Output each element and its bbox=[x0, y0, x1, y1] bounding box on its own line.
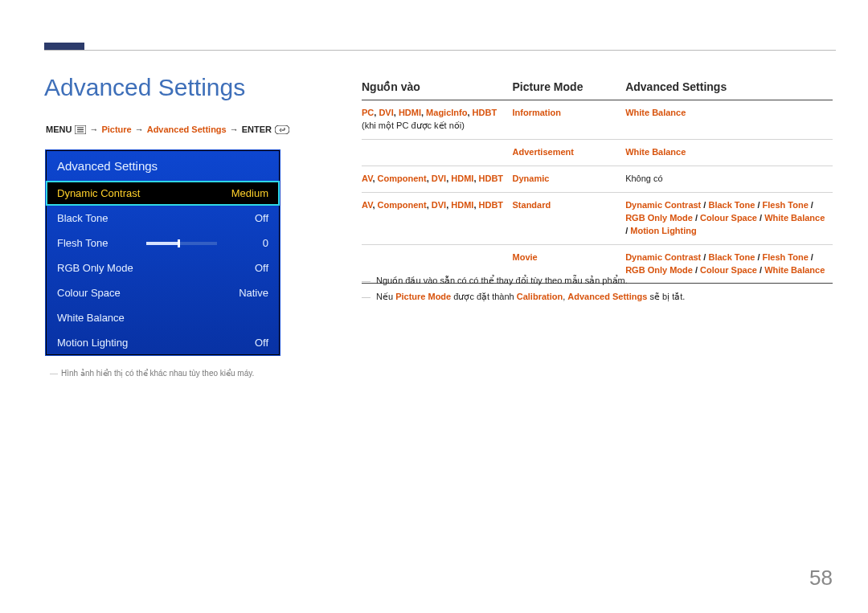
osd-row-value: Off bbox=[220, 212, 268, 224]
osd-row[interactable]: Motion LightingOff bbox=[46, 330, 280, 355]
osd-panel: Advanced Settings Dynamic ContrastMedium… bbox=[45, 149, 280, 356]
osd-row-label: Black Tone bbox=[57, 212, 220, 224]
breadcrumb-menu: MENU bbox=[46, 125, 72, 134]
osd-row[interactable]: RGB Only ModeOff bbox=[46, 255, 280, 280]
cell-mode: Information bbox=[513, 100, 626, 140]
settings-table: Nguồn vào Picture Mode Advanced Settings… bbox=[362, 80, 833, 284]
table-header-row: Nguồn vào Picture Mode Advanced Settings bbox=[362, 80, 833, 100]
osd-row-value: Off bbox=[220, 337, 268, 349]
osd-row-label: Flesh Tone bbox=[57, 237, 146, 249]
footnote-2: Nếu Picture Mode được đặt thành Calibrat… bbox=[362, 289, 833, 304]
slider[interactable] bbox=[146, 242, 217, 245]
osd-footnote: Hình ảnh hiển thị có thể khác nhau tùy t… bbox=[50, 369, 254, 378]
osd-row-value: Native bbox=[220, 287, 268, 299]
cell-source: AV, Component, DVI, HDMI, HDBT bbox=[362, 166, 513, 192]
osd-row[interactable]: Colour SpaceNative bbox=[46, 280, 280, 305]
footnote-1: Nguồn đầu vào sẵn có có thể thay đổi tùy… bbox=[362, 273, 833, 288]
table-row: AV, Component, DVI, HDMI, HDBTStandardDy… bbox=[362, 192, 833, 244]
osd-row[interactable]: Dynamic ContrastMedium bbox=[46, 181, 280, 206]
osd-title: Advanced Settings bbox=[46, 150, 280, 181]
breadcrumb-arrow-1: → bbox=[89, 125, 98, 134]
cell-source: AV, Component, DVI, HDMI, HDBT bbox=[362, 192, 513, 244]
table-header-mode: Picture Mode bbox=[513, 80, 626, 100]
osd-row-value: Medium bbox=[220, 187, 268, 199]
breadcrumb-arrow-3: → bbox=[230, 125, 239, 134]
breadcrumb-arrow-2: → bbox=[135, 125, 144, 134]
osd-row-label: RGB Only Mode bbox=[57, 262, 220, 274]
menu-icon bbox=[75, 125, 86, 134]
header-rule bbox=[44, 50, 836, 51]
osd-row-value: Off bbox=[220, 262, 268, 274]
table-header-source: Nguồn vào bbox=[362, 80, 513, 100]
breadcrumb: MENU → Picture → Advanced Settings → ENT… bbox=[46, 125, 289, 134]
table-header-adv: Advanced Settings bbox=[625, 80, 833, 100]
breadcrumb-enter: ENTER bbox=[242, 125, 272, 134]
cell-settings: Dynamic Contrast / Black Tone / Flesh To… bbox=[625, 192, 833, 244]
osd-row[interactable]: Black ToneOff bbox=[46, 206, 280, 231]
osd-row[interactable]: Flesh Tone0 bbox=[46, 231, 280, 255]
breadcrumb-advanced: Advanced Settings bbox=[147, 125, 227, 134]
osd-row-label: Dynamic Contrast bbox=[57, 187, 220, 199]
cell-settings: Không có bbox=[625, 166, 833, 192]
cell-settings: White Balance bbox=[625, 139, 833, 166]
cell-source: PC, DVI, HDMI, MagicInfo, HDBT (khi một … bbox=[362, 100, 513, 140]
osd-row-label: Colour Space bbox=[57, 287, 220, 299]
osd-row-value: 0 bbox=[220, 237, 268, 249]
table-row: PC, DVI, HDMI, MagicInfo, HDBT (khi một … bbox=[362, 100, 833, 140]
breadcrumb-picture: Picture bbox=[101, 125, 131, 134]
osd-row-label: White Balance bbox=[57, 312, 220, 324]
cell-mode: Advertisement bbox=[513, 139, 626, 166]
table-row: AdvertisementWhite Balance bbox=[362, 139, 833, 166]
table-row: AV, Component, DVI, HDMI, HDBTDynamicKhô… bbox=[362, 166, 833, 192]
enter-icon bbox=[275, 125, 289, 134]
cell-source bbox=[362, 139, 513, 166]
page-title: Advanced Settings bbox=[44, 74, 245, 101]
cell-settings: White Balance bbox=[625, 100, 833, 140]
osd-row[interactable]: White Balance bbox=[46, 305, 280, 330]
header-accent bbox=[44, 43, 84, 50]
osd-row-label: Motion Lighting bbox=[57, 337, 220, 349]
page-number: 58 bbox=[809, 566, 833, 591]
cell-mode: Standard bbox=[513, 192, 626, 244]
cell-mode: Dynamic bbox=[513, 166, 626, 192]
